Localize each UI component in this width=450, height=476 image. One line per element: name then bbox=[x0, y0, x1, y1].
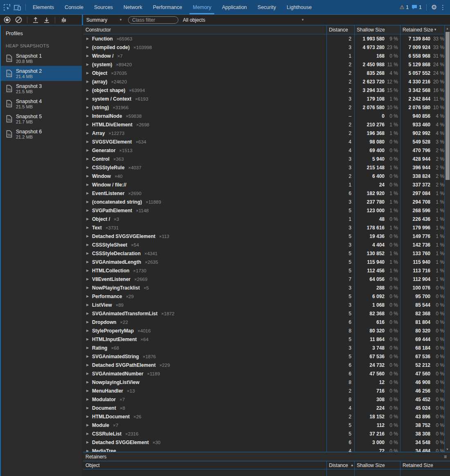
column-divider[interactable] bbox=[354, 461, 355, 476]
column-header-retained-size[interactable]: Retained Size ▼ bbox=[400, 25, 439, 34]
expand-arrow-icon[interactable]: ▶ bbox=[86, 286, 92, 290]
scroll-down-icon[interactable]: ▼ bbox=[445, 446, 450, 452]
expand-arrow-icon[interactable]: ▶ bbox=[86, 37, 92, 40]
expand-arrow-icon[interactable]: ▶ bbox=[86, 106, 92, 109]
tab-memory[interactable]: Memory bbox=[187, 0, 216, 15]
snapshot-item-5[interactable]: %Snapshot 521.7 MB bbox=[1, 111, 82, 126]
table-row[interactable]: ▶Rating×6833 7480 %68 1840 % bbox=[83, 344, 444, 352]
clear-brush-icon[interactable] bbox=[60, 17, 68, 23]
expand-arrow-icon[interactable]: ▶ bbox=[86, 71, 92, 75]
perspective-select[interactable]: Summary ▼ bbox=[86, 17, 122, 23]
column-divider[interactable] bbox=[326, 25, 327, 452]
table-row[interactable]: ▶StylePropertyMap×4016880 3200 %80 3200 … bbox=[83, 326, 444, 335]
column-divider[interactable] bbox=[354, 25, 355, 452]
expand-arrow-icon[interactable]: ▶ bbox=[86, 337, 92, 341]
table-row[interactable]: ▶CSSStyleRule×40373215 1481 %396 9442 % bbox=[83, 163, 444, 172]
expand-arrow-icon[interactable]: ▶ bbox=[86, 312, 92, 315]
table-row[interactable]: ▶NowPlayingTracklist×532880 %100 0760 % bbox=[83, 283, 444, 292]
expand-arrow-icon[interactable]: ▶ bbox=[86, 363, 92, 367]
expand-arrow-icon[interactable]: ▶ bbox=[86, 63, 92, 66]
table-row[interactable]: ▶CSSRuleList×2316537 2160 %38 3080 % bbox=[83, 429, 444, 438]
scrollbar-thumb[interactable] bbox=[446, 32, 450, 180]
table-row[interactable]: ▶MenuHandler×1327160 %46 2560 % bbox=[83, 386, 444, 395]
expand-arrow-icon[interactable]: ▶ bbox=[86, 432, 92, 436]
tab-console[interactable]: Console bbox=[59, 0, 89, 15]
expand-arrow-icon[interactable]: ▶ bbox=[86, 114, 92, 118]
table-row[interactable]: ▶CSSStyleSheet×5434 4040 %142 7361 % bbox=[83, 240, 444, 249]
column-divider[interactable] bbox=[400, 25, 400, 452]
table-row[interactable]: ▶SVGPathElement×11485123 0001 %268 5961 … bbox=[83, 206, 444, 215]
load-profile-icon[interactable] bbox=[32, 17, 39, 23]
table-row[interactable]: ▶Control×36335 9400 %428 9442 % bbox=[83, 155, 444, 163]
expand-arrow-icon[interactable]: ▶ bbox=[86, 80, 92, 83]
expand-arrow-icon[interactable]: ▶ bbox=[86, 329, 92, 332]
expand-arrow-icon[interactable]: ▶ bbox=[86, 260, 92, 264]
table-row[interactable]: ▶(object shape)×6399423 294 33615 %3 342… bbox=[83, 86, 444, 94]
table-row[interactable]: ▶Window / file://1240 %337 3722 % bbox=[83, 180, 444, 189]
more-options-icon[interactable]: ⋮ bbox=[440, 4, 446, 10]
expand-arrow-icon[interactable]: ▶ bbox=[86, 54, 92, 58]
table-row[interactable]: ▶HTMLCollection×17305112 4561 %113 7161 … bbox=[83, 266, 444, 275]
table-row[interactable]: ▶Text×37313178 6161 %179 9961 % bbox=[83, 223, 444, 232]
column-header-object[interactable]: Object bbox=[83, 461, 326, 469]
expand-arrow-icon[interactable]: ▶ bbox=[86, 226, 92, 229]
table-row[interactable]: ▶Window /×711680 %6 558 96831 % bbox=[83, 52, 444, 60]
expand-arrow-icon[interactable]: ▶ bbox=[86, 355, 92, 358]
expand-arrow-icon[interactable]: ▶ bbox=[86, 174, 92, 178]
column-header-shallow-size[interactable]: Shallow Size bbox=[354, 25, 400, 34]
table-row[interactable]: ▶SVGAnimatedString×1876567 5360 %67 5360… bbox=[83, 352, 444, 361]
table-row[interactable]: ▶EventListener×26906182 9201 %297 0841 % bbox=[83, 189, 444, 198]
expand-arrow-icon[interactable]: ▶ bbox=[86, 277, 92, 281]
objects-filter-select[interactable]: All objects ▼ bbox=[183, 17, 304, 23]
tab-elements[interactable]: Elements bbox=[27, 0, 59, 15]
expand-arrow-icon[interactable]: ▶ bbox=[86, 183, 92, 186]
expand-arrow-icon[interactable]: ▶ bbox=[86, 269, 92, 272]
snapshot-item-6[interactable]: %Snapshot 621.2 MB bbox=[1, 126, 82, 141]
table-row[interactable]: ▶MediaTree4720 %34 4840 % bbox=[83, 447, 444, 452]
expand-arrow-icon[interactable]: ▶ bbox=[86, 217, 92, 221]
scroll-up-icon[interactable]: ▲ bbox=[445, 25, 450, 31]
table-row[interactable]: ▶InternalNode×59838–00 %940 8564 % bbox=[83, 112, 444, 120]
column-header-shallow-size[interactable]: Shallow Size bbox=[354, 461, 400, 469]
clear-profiles-icon[interactable] bbox=[15, 16, 22, 23]
snapshot-item-2[interactable]: %Snapshot 221.4 MB bbox=[1, 66, 82, 81]
table-row[interactable]: ▶(concatenated string)×118893237 7801 %2… bbox=[83, 198, 444, 206]
expand-arrow-icon[interactable]: ▶ bbox=[86, 346, 92, 350]
table-row[interactable]: ▶Window×4026 4000 %338 8242 % bbox=[83, 172, 444, 180]
settings-gear-icon[interactable]: ⚙ bbox=[431, 4, 437, 11]
table-row[interactable]: ▶Detached SVGSVGElement×113519 4360 %149… bbox=[83, 232, 444, 240]
expand-arrow-icon[interactable]: ▶ bbox=[86, 294, 92, 298]
tab-sources[interactable]: Sources bbox=[89, 0, 118, 15]
table-row[interactable]: ▶Dropdown×2266160 %81 8040 % bbox=[83, 318, 444, 326]
table-row[interactable]: ▶system / Context×61933179 1081 %2 242 8… bbox=[83, 94, 444, 103]
expand-arrow-icon[interactable]: ▶ bbox=[86, 397, 92, 401]
table-row[interactable]: ▶Performance×2956 0920 %95 7000 % bbox=[83, 292, 444, 301]
table-row[interactable]: ▶SVGAnimatedLength×26355115 9401 %115 94… bbox=[83, 258, 444, 266]
tab-lighthouse[interactable]: Lighthouse bbox=[281, 0, 317, 15]
vertical-scrollbar[interactable]: ▲ ▼ bbox=[444, 25, 450, 452]
expand-arrow-icon[interactable]: ▶ bbox=[86, 88, 92, 92]
expand-arrow-icon[interactable]: ▶ bbox=[86, 191, 92, 195]
expand-arrow-icon[interactable]: ▶ bbox=[86, 209, 92, 212]
table-row[interactable]: ▶Generator×1513469 4000 %470 7962 % bbox=[83, 146, 444, 155]
expand-arrow-icon[interactable]: ▶ bbox=[86, 423, 92, 427]
expand-arrow-icon[interactable]: ▶ bbox=[86, 251, 92, 255]
table-row[interactable]: ▶SVGSVGElement×634498 0800 %549 5283 % bbox=[83, 137, 444, 146]
table-row[interactable]: ▶HTMLInputElement×64511 8640 %69 4440 % bbox=[83, 335, 444, 344]
inspect-element-icon[interactable] bbox=[3, 4, 11, 11]
expand-arrow-icon[interactable]: ▶ bbox=[86, 243, 92, 247]
expand-arrow-icon[interactable]: ▶ bbox=[86, 320, 92, 324]
table-row[interactable]: ▶Detached SVGGElement×3063 0000 %34 5480… bbox=[83, 438, 444, 447]
expand-arrow-icon[interactable]: ▶ bbox=[86, 140, 92, 144]
column-header-constructor[interactable]: Constructor bbox=[83, 25, 326, 34]
column-header-distance[interactable]: Distance ▲ bbox=[326, 461, 354, 469]
table-row[interactable]: ▶HTMLDocument×26218 1520 %43 8960 % bbox=[83, 412, 444, 421]
table-row[interactable]: ▶HTMLDivElement×26982210 2761 %933 4604 … bbox=[83, 120, 444, 129]
table-row[interactable]: ▶CSSStyleDeclaration×43415130 8521 %133 … bbox=[83, 249, 444, 258]
column-header-distance[interactable]: Distance bbox=[326, 25, 354, 34]
expand-arrow-icon[interactable]: ▶ bbox=[86, 372, 92, 375]
table-row[interactable]: ▶Object /×31480 %226 4361 % bbox=[83, 215, 444, 223]
expand-arrow-icon[interactable]: ▶ bbox=[86, 45, 92, 49]
expand-arrow-icon[interactable]: ▶ bbox=[86, 148, 92, 152]
expand-arrow-icon[interactable]: ▶ bbox=[86, 166, 92, 169]
